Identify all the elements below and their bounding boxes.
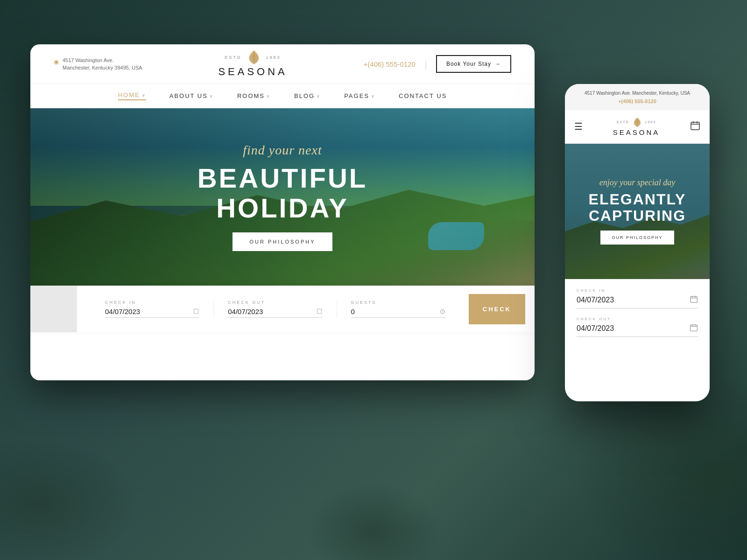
nav-rooms-chevron: ∨ (267, 94, 271, 98)
nav-item-contact[interactable]: CONTACT US (399, 92, 447, 99)
address-line1: 4517 Washington Ave. (63, 56, 142, 64)
nav-blog-label: BLOG (294, 92, 315, 99)
mobile-check-out-value: 04/07/2023 (577, 324, 614, 333)
mobile-check-in-row[interactable]: 04/07/2023 (577, 295, 698, 308)
mobile-check-out-row[interactable]: 04/07/2023 (577, 323, 698, 337)
nav-item-blog[interactable]: BLOG ∨ (294, 92, 321, 99)
desktop-actions: +(406) 555-0120 | Book Your Stay → (364, 55, 511, 73)
check-out-label: CHECK OUT (228, 300, 322, 305)
location-icon: ◉ (54, 57, 59, 67)
mobile-check-out-label: CHECK OUT (577, 317, 698, 321)
mobile-header: ☰ ESTD 1983 SEASONA (565, 110, 710, 144)
mobile-address: 4517 Washington Ave. Manchester, Kentuck… (574, 90, 700, 97)
svg-rect-14 (691, 325, 698, 331)
check-out-field: CHECK OUT 04/07/2023 ☐ (214, 300, 337, 318)
mobile-hero-cta-button[interactable]: OUR PHILOSOPHY (600, 231, 674, 245)
mobile-check-in-calendar-icon (690, 295, 698, 305)
check-button[interactable]: CHECK (469, 294, 525, 324)
desktop-header: ◉ 4517 Washington Ave. Manchester, Kentu… (30, 44, 535, 84)
mobile-hero-title-line1: ELEGANTLY (589, 191, 686, 208)
nav-home-label: HOME (118, 91, 140, 98)
check-out-value: 04/07/2023 (228, 308, 263, 315)
hero-title-line1: BEAUTIFUL (197, 163, 368, 193)
logo-leaf-icon (247, 50, 261, 65)
hamburger-icon[interactable]: ☰ (574, 121, 583, 132)
guests-label: GUESTS (351, 300, 445, 305)
logo-estd-row: ESTD 1983 (142, 50, 364, 65)
check-in-value: 04/07/2023 (105, 308, 140, 315)
mobile-logo-estd-text: ESTD (617, 120, 629, 124)
nav-pages-chevron: ∨ (371, 94, 375, 98)
logo-name: SEASONA (142, 66, 364, 78)
nav-home-chevron: ∨ (142, 93, 146, 98)
svg-rect-6 (691, 122, 699, 130)
mobile-hero: enjoy your special day ELEGANTLY CAPTURI… (565, 144, 710, 279)
mobile-top-bar: 4517 Washington Ave. Manchester, Kentuck… (565, 84, 710, 110)
desktop-mockup: ◉ 4517 Washington Ave. Manchester, Kentu… (30, 44, 535, 380)
desktop-address: ◉ 4517 Washington Ave. Manchester, Kentu… (54, 56, 142, 72)
logo-estd-text: ESTD (225, 55, 242, 60)
nav-about-chevron: ∨ (210, 94, 214, 98)
mobile-phone[interactable]: +(406) 555-0120 (574, 98, 700, 105)
desktop-logo: ESTD 1983 SEASONA (142, 50, 364, 78)
nav-rooms-label: ROOMS (237, 92, 265, 99)
nav-item-pages[interactable]: PAGES ∨ (344, 92, 375, 99)
book-stay-label: Book Your Stay (446, 61, 491, 67)
mobile-logo-leaf-icon (632, 117, 642, 127)
scene-wrapper: ◉ 4517 Washington Ave. Manchester, Kentu… (0, 0, 747, 560)
check-in-calendar-icon: ☐ (193, 308, 199, 315)
booking-bar: CHECK IN 04/07/2023 ☐ CHECK OUT 04/07/20… (30, 286, 535, 332)
desktop-hero: find your next BEAUTIFUL HOLIDAY OUR PHI… (30, 108, 535, 286)
guests-field: GUESTS 0 ⊙ (337, 300, 459, 318)
mobile-mockup: 4517 Washington Ave. Manchester, Kentuck… (565, 84, 710, 401)
check-out-calendar-icon: ☐ (317, 308, 323, 315)
svg-rect-10 (691, 296, 698, 302)
mobile-check-in-value: 04/07/2023 (577, 296, 614, 304)
check-in-row[interactable]: 04/07/2023 ☐ (105, 308, 199, 318)
mobile-logo-name: SEASONA (613, 128, 660, 136)
nav-blog-chevron: ∨ (317, 94, 321, 98)
mobile-calendar-icon[interactable] (690, 120, 700, 133)
hero-script-text: find your next (243, 143, 322, 158)
mobile-hero-script: enjoy your special day (599, 178, 675, 188)
mobile-check-out-field: CHECK OUT 04/07/2023 (577, 317, 698, 337)
mobile-logo-year-text: 1983 (645, 120, 656, 124)
nav-pages-label: PAGES (344, 92, 369, 99)
guests-row[interactable]: 0 ⊙ (351, 308, 445, 318)
mobile-logo-estd-row: ESTD 1983 (613, 117, 660, 127)
mobile-booking: CHECK IN 04/07/2023 CHECK OUT (565, 279, 710, 355)
arrow-right-icon: → (495, 61, 501, 67)
hero-content: find your next BEAUTIFUL HOLIDAY OUR PHI… (30, 108, 535, 286)
guests-value: 0 (351, 308, 355, 315)
nav-item-about[interactable]: ABOUT US ∨ (169, 92, 214, 99)
mobile-hero-content: enjoy your special day ELEGANTLY CAPTURI… (565, 144, 710, 279)
mobile-hero-title-line2: CAPTURING (589, 208, 686, 224)
nav-contact-label: CONTACT US (399, 92, 447, 99)
booking-side-tab (30, 286, 77, 332)
check-in-field: CHECK IN 04/07/2023 ☐ (91, 300, 214, 318)
phone-number[interactable]: +(406) 555-0120 (364, 60, 416, 68)
mobile-check-out-calendar-icon (690, 323, 698, 334)
logo-year-text: 1983 (266, 55, 281, 60)
mobile-check-in-label: CHECK IN (577, 288, 698, 293)
hero-title: BEAUTIFUL HOLIDAY (197, 163, 368, 223)
book-stay-button[interactable]: Book Your Stay → (436, 55, 511, 73)
nav-item-rooms[interactable]: ROOMS ∨ (237, 92, 271, 99)
mobile-logo: ESTD 1983 SEASONA (613, 117, 660, 136)
nav-about-label: ABOUT US (169, 92, 208, 99)
mobile-check-in-field: CHECK IN 04/07/2023 (577, 288, 698, 308)
hero-cta-button[interactable]: OUR PHILOSOPHY (233, 232, 332, 251)
guests-person-icon: ⊙ (440, 308, 445, 315)
check-out-row[interactable]: 04/07/2023 ☐ (228, 308, 322, 318)
mobile-hero-title: ELEGANTLY CAPTURING (589, 191, 686, 224)
nav-item-home[interactable]: HOME ∨ (118, 91, 146, 100)
address-line2: Manchester, Kentucky 39495, USA (63, 64, 142, 72)
check-in-label: CHECK IN (105, 300, 199, 305)
hero-title-line2: HOLIDAY (197, 193, 368, 223)
desktop-nav: HOME ∨ ABOUT US ∨ ROOMS ∨ BLOG ∨ PAGES ∨… (30, 84, 535, 108)
